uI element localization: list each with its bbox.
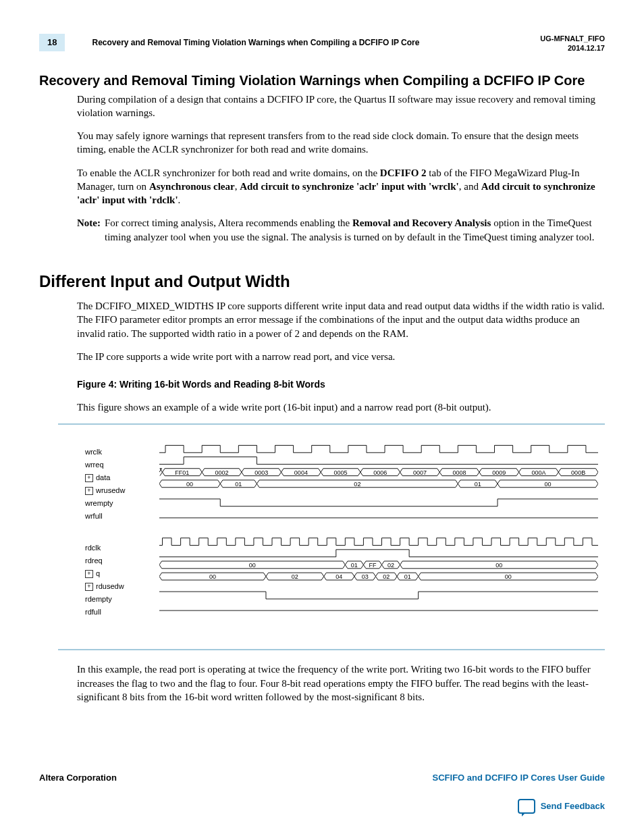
svg-text:0005: 0005: [334, 469, 348, 476]
svg-text:00: 00: [505, 574, 512, 581]
signal-data: data: [96, 471, 110, 484]
svg-text:FF01: FF01: [175, 469, 189, 476]
section2-para1: The DCFIFO_MIXED_WIDTHS IP core supports…: [77, 299, 605, 340]
svg-text:0009: 0009: [492, 469, 506, 476]
section1-title: Recovery and Removal Timing Violation Wa…: [39, 72, 605, 88]
expand-icon[interactable]: +: [85, 583, 93, 591]
signal-wrusedw: wrusedw: [96, 484, 125, 497]
svg-text:00: 00: [209, 574, 216, 581]
signal-rdclk: rdclk: [85, 542, 101, 554]
send-feedback-link[interactable]: Send Feedback: [541, 800, 605, 812]
expand-icon[interactable]: +: [85, 570, 93, 578]
signal-rdempty: rdempty: [85, 593, 112, 606]
svg-text:0008: 0008: [453, 469, 466, 476]
svg-text:01: 01: [475, 481, 481, 488]
figure4-caption: Figure 4: Writing 16-bit Words and Readi…: [77, 378, 605, 391]
svg-text:0002: 0002: [215, 469, 229, 476]
waveform-svg: FF0100020003000400050006000700080009000A…: [159, 436, 598, 619]
svg-text:02: 02: [387, 562, 394, 569]
page-footer: Altera Corporation SCFIFO and DCFIFO IP …: [39, 772, 605, 814]
svg-text:01: 01: [235, 481, 242, 488]
note-label: Note:: [77, 216, 101, 244]
svg-text:0003: 0003: [254, 469, 268, 476]
svg-text:0004: 0004: [294, 469, 308, 476]
signal-q: q: [96, 567, 100, 580]
doc-id: UG-MFNALT_FIFO: [540, 34, 605, 43]
svg-text:00: 00: [186, 481, 193, 488]
section1-para3: To enable the ACLR synchronizer for both…: [77, 166, 605, 207]
section2-para2: The IP core supports a wide write port w…: [77, 350, 605, 363]
svg-text:01: 01: [351, 562, 358, 569]
svg-text:0007: 0007: [413, 469, 427, 476]
section2-title: Different Input and Output Width: [39, 271, 605, 292]
page-number: 18: [39, 34, 65, 51]
svg-text:0006: 0006: [373, 469, 387, 476]
running-title: Recovery and Removal Timing Violation Wa…: [92, 37, 419, 48]
signal-labels: wrclk wrreq +data +wrusedw wrempty wrful…: [85, 446, 125, 619]
figure4-waveform: wrclk wrreq +data +wrusedw wrempty wrful…: [58, 429, 605, 645]
section1-para1: During compilation of a design that cont…: [77, 93, 605, 120]
expand-icon[interactable]: +: [85, 474, 93, 482]
svg-text:FF: FF: [369, 562, 377, 569]
section2-para3: In this example, the read port is operat…: [77, 662, 605, 704]
signal-wrclk: wrclk: [85, 446, 102, 459]
signal-rdfull: rdfull: [85, 606, 101, 619]
signal-rdreq: rdreq: [85, 554, 103, 567]
footer-guide-link[interactable]: SCFIFO and DCFIFO IP Cores User Guide: [433, 772, 605, 784]
footer-company: Altera Corporation: [39, 772, 117, 784]
section1-para2: You may safely ignore warnings that repr…: [77, 129, 605, 157]
svg-text:00: 00: [495, 562, 502, 569]
figure-rule-top: [58, 423, 605, 425]
svg-text:04: 04: [336, 574, 342, 581]
page-header: 18 Recovery and Removal Timing Violation…: [39, 34, 605, 53]
figure4-intro: This figure shows an example of a wide w…: [77, 400, 605, 414]
expand-icon[interactable]: +: [85, 487, 93, 495]
doc-date: 2014.12.17: [540, 43, 605, 53]
svg-text:01: 01: [404, 574, 411, 581]
svg-text:02: 02: [383, 574, 390, 581]
svg-text:00: 00: [544, 481, 551, 488]
signal-wrempty: wrempty: [85, 497, 113, 510]
svg-text:03: 03: [362, 574, 369, 581]
signal-wrfull: wrfull: [85, 510, 103, 523]
svg-text:000A: 000A: [531, 469, 545, 476]
note-text: For correct timing analysis, Altera reco…: [105, 216, 605, 244]
figure-rule-bottom: [58, 649, 605, 650]
svg-text:02: 02: [292, 574, 298, 581]
feedback-icon[interactable]: [518, 799, 535, 814]
svg-text:000B: 000B: [571, 469, 585, 476]
svg-text:00: 00: [249, 562, 256, 569]
note-block: Note: For correct timing analysis, Alter…: [77, 216, 605, 244]
svg-text:02: 02: [354, 481, 360, 488]
signal-wrreq: wrreq: [85, 459, 104, 471]
signal-rdusedw: rdusedw: [96, 580, 124, 593]
